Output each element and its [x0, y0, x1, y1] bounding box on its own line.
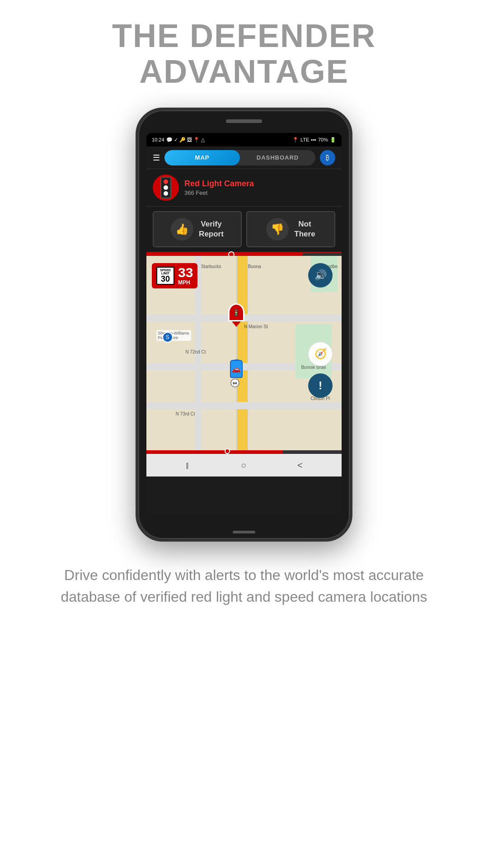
- camera-pin-icon: 🚦: [232, 309, 240, 316]
- sherwin-pin: S: [162, 332, 173, 343]
- hamburger-menu[interactable]: ☰: [153, 153, 160, 163]
- not-there-button[interactable]: 👎 NotThere: [246, 211, 335, 247]
- status-bar: 10:24 💬 ✓ 🔑 🖼 📍 △ 📍 LTE ▪▪▪ 70% 🔋: [146, 133, 342, 146]
- status-lte: LTE: [300, 137, 309, 142]
- route-64-badge: 64: [230, 378, 239, 387]
- alert-info-button[interactable]: !: [308, 373, 333, 398]
- alert-text: Red Light Camera 366 Feet: [184, 179, 335, 196]
- status-location: 📍: [292, 137, 299, 143]
- nav-tabs: MAP DASHBOARD: [164, 150, 315, 165]
- n72-label: N 72nd Ct: [185, 349, 206, 354]
- bluetooth-button[interactable]: ₿: [320, 150, 335, 165]
- n-marion-label: N Marion St: [244, 324, 268, 329]
- camera-map-pin: 🚦: [228, 303, 244, 327]
- n73-label: N 73rd Ct: [176, 411, 195, 416]
- exclamation-icon: !: [319, 379, 322, 392]
- status-signal-bars: ▪▪▪: [311, 137, 316, 142]
- status-battery: 70%: [318, 137, 328, 142]
- home-icon: ○: [241, 460, 246, 470]
- tl-red: [164, 179, 168, 184]
- alert-banner: Red Light Camera 366 Feet: [146, 169, 342, 207]
- back-icon: <: [297, 460, 303, 470]
- status-left: 10:24 💬 ✓ 🔑 🖼 📍 △: [152, 137, 205, 143]
- current-speed-display: 33 MPH: [178, 266, 193, 286]
- compass-icon: 🧭: [314, 348, 327, 360]
- phone-home: [233, 531, 255, 533]
- bottom-progress-dot: [225, 448, 230, 454]
- phone-mockup: 10:24 💬 ✓ 🔑 🖼 📍 △ 📍 LTE ▪▪▪ 70% 🔋 ☰ MAP: [136, 108, 352, 542]
- starbucks-label: Starbucks: [201, 264, 221, 269]
- status-right: 📍 LTE ▪▪▪ 70% 🔋: [292, 137, 336, 143]
- footer-text: Drive confidently with alerts to the wor…: [61, 567, 427, 605]
- bottom-progress-bar: [146, 450, 342, 454]
- nav-bar: ☰ MAP DASHBOARD ₿: [146, 146, 342, 169]
- camera-alert-icon: [153, 175, 179, 201]
- action-buttons: 👍 VerifyReport 👎 NotThere: [146, 207, 342, 253]
- car-icon: 🚗: [232, 365, 241, 373]
- alert-distance: 366 Feet: [184, 189, 335, 196]
- phone-frame: 10:24 💬 ✓ 🔑 🖼 📍 △ 📍 LTE ▪▪▪ 70% 🔋 ☰ MAP: [136, 108, 352, 542]
- compass-button[interactable]: 🧭: [308, 342, 333, 366]
- back-button[interactable]: <: [297, 460, 303, 471]
- page-header: THE DEFENDER ADVANTAGE: [112, 0, 376, 90]
- recent-apps-icon: ⫿: [185, 460, 190, 470]
- road-horizontal-3: [146, 402, 342, 409]
- speed-unit: MPH: [178, 279, 193, 286]
- footer-description: Drive confidently with alerts to the wor…: [0, 542, 488, 626]
- speed-sign: SPEED LIMIT 30 33 MPH: [152, 263, 197, 288]
- tab-dashboard[interactable]: DASHBOARD: [240, 150, 315, 165]
- headline-line2: ADVANTAGE: [139, 53, 348, 90]
- sound-icon: 🔊: [314, 269, 327, 281]
- bottom-nav: ⫿ ○ <: [146, 454, 342, 476]
- headline: THE DEFENDER ADVANTAGE: [112, 18, 376, 90]
- tab-map[interactable]: MAP: [164, 150, 240, 165]
- home-button[interactable]: ○: [241, 460, 246, 471]
- sherwin-label: Sherwin-WilliamsPaint Store: [156, 330, 191, 341]
- status-time: 10:24: [152, 137, 164, 142]
- battery-icon: 🔋: [330, 137, 336, 143]
- headline-line1: THE DEFENDER: [112, 18, 376, 54]
- verify-button[interactable]: 👍 VerifyReport: [153, 211, 242, 247]
- speed-limit-value: 30: [158, 275, 173, 283]
- verify-label: VerifyReport: [199, 219, 224, 239]
- buona-label: Buona: [248, 264, 261, 269]
- thumbs-down-icon: 👎: [266, 218, 289, 241]
- recent-apps-button[interactable]: ⫿: [185, 460, 190, 471]
- tl-green: [164, 191, 168, 196]
- current-speed: 33: [178, 266, 193, 279]
- sound-button[interactable]: 🔊: [308, 263, 333, 288]
- not-there-label: NotThere: [294, 219, 315, 239]
- camera-pin-head: 🚦: [228, 303, 244, 321]
- alert-title: Red Light Camera: [184, 179, 335, 189]
- traffic-light-icon: [160, 177, 171, 198]
- phone-speaker: [226, 119, 262, 123]
- phone-screen: 10:24 💬 ✓ 🔑 🖼 📍 △ 📍 LTE ▪▪▪ 70% 🔋 ☰ MAP: [146, 133, 342, 514]
- main-road-vertical: [236, 256, 248, 450]
- map-area: SPEED LIMIT 30 33 MPH Buona Starbucks Li…: [146, 256, 342, 450]
- tl-yellow: [164, 185, 168, 190]
- speed-limit-sign: SPEED LIMIT 30: [156, 267, 174, 285]
- thumbs-up-icon: 👍: [171, 218, 193, 241]
- status-icons: 💬 ✓ 🔑 🖼 📍 △: [166, 137, 205, 143]
- car-location: 🚗: [230, 360, 243, 378]
- camera-pin-tail: [232, 321, 241, 327]
- bluetooth-icon: ₿: [326, 154, 329, 162]
